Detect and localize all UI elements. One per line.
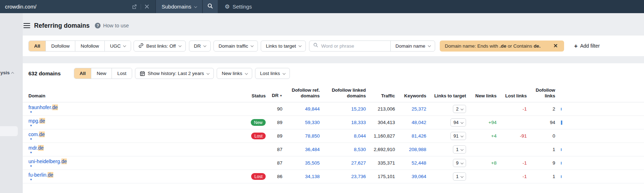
dr-filter-label: DR [194, 43, 201, 49]
domain-caret-icon[interactable]: ▾ [30, 110, 234, 114]
links-to-target-dropdown[interactable]: Links to target [261, 41, 306, 52]
dofollow-linked-link[interactable]: 8,044 [354, 133, 366, 139]
traffic-value-cell: 335,371 [366, 160, 395, 166]
filter-tab-ugc[interactable]: UGC [104, 41, 131, 51]
dr-value: 87 [277, 160, 282, 166]
scope-label: Subdomains [162, 4, 191, 10]
sidebar-section-partial[interactable]: ysis [0, 70, 14, 75]
keywords-link[interactable]: 39,064 [412, 174, 426, 179]
links-to-target-select[interactable]: 1 [453, 145, 466, 154]
status-tab-all[interactable]: All [74, 68, 91, 79]
dofollow-ref-link[interactable]: 78,850 [305, 133, 320, 139]
dofollow-ref-link[interactable]: 34,138 [305, 174, 320, 179]
word-search-box[interactable] [309, 41, 390, 51]
menu-icon[interactable] [23, 22, 30, 29]
scope-dropdown[interactable]: Subdomains [156, 0, 202, 13]
dofollow-ref-link[interactable]: 35,505 [305, 160, 320, 166]
dofollow-ref-link[interactable]: 49,844 [305, 106, 320, 112]
dr-filter-dropdown[interactable]: DR [189, 41, 211, 52]
target-url-input[interactable]: crowdin.com/ [0, 0, 155, 13]
status-tab-new[interactable]: New [91, 68, 112, 79]
keywords-link[interactable]: 208,988 [409, 147, 426, 152]
dofollow-linked-link[interactable]: 27,627 [351, 160, 366, 166]
dofollow-linked-link[interactable]: 15,230 [351, 106, 366, 112]
domain-caret-icon[interactable]: ▾ [30, 164, 234, 168]
dofollow-linked-link[interactable]: 23,736 [351, 174, 366, 179]
links-to-target-select[interactable]: 9 [453, 159, 466, 167]
spark-cell [555, 120, 569, 125]
dofollow-ref-link[interactable]: 59,330 [305, 120, 320, 125]
add-filter-button[interactable]: + Add filter [574, 43, 600, 49]
new-links-dropdown[interactable]: New links [217, 68, 252, 79]
chevron-down-icon [194, 5, 197, 8]
links-to-target-select[interactable]: 91 [450, 132, 466, 140]
filter-tab-nofollow[interactable]: Nofollow [75, 41, 104, 51]
domain-highlight: de [61, 159, 67, 164]
col-keywords[interactable]: Keywords [395, 93, 426, 99]
dr-value-cell: 87 [266, 147, 282, 152]
status-tab-all-label: All [80, 71, 86, 76]
domain-caret-icon[interactable]: ▾ [30, 178, 234, 181]
dofollow-linked-link[interactable]: 18,333 [351, 120, 366, 125]
chevron-down-icon [460, 175, 463, 178]
dofollow-links-bar [561, 108, 562, 111]
domain-link[interactable]: fraunhofer.de [28, 104, 234, 110]
links-to-target-select[interactable]: 2 [453, 105, 466, 113]
dofollow-linked-link-cell: 15,230 [320, 106, 366, 112]
word-search-input[interactable] [321, 43, 378, 49]
link-type-segmented: All Dofollow Nofollow UGC [28, 41, 131, 52]
clear-url-icon[interactable] [142, 4, 152, 9]
filter-tab-nofollow-label: Nofollow [81, 43, 99, 49]
domain-caret-icon[interactable]: ▾ [30, 124, 234, 127]
keywords-link-cell: 208,988 [395, 147, 426, 152]
filter-tab-all[interactable]: All [29, 41, 45, 51]
domain-link[interactable]: com.de [28, 132, 234, 137]
keywords-link[interactable]: 52,448 [412, 160, 426, 166]
show-history-dropdown[interactable]: Show history: Last 2 years [135, 68, 214, 79]
keywords-link[interactable]: 48,042 [412, 120, 426, 125]
col-dofollow-links[interactable]: Dofollow links [527, 87, 555, 99]
sidebar-active-item[interactable] [0, 126, 18, 136]
keywords-link[interactable]: 25,372 [412, 106, 426, 112]
dofollow-ref-link-cell: 59,330 [282, 120, 320, 125]
col-traffic[interactable]: Traffic [366, 93, 395, 99]
dofollow-linked-link[interactable]: 8,530 [354, 147, 366, 152]
col-dofollow-ref[interactable]: Dofollow ref. domains [282, 87, 320, 99]
status-tab-lost[interactable]: Lost [112, 68, 132, 79]
filter-tab-dofollow-label: Dofollow [51, 43, 70, 49]
dofollow-ref-link-cell: 34,138 [282, 174, 320, 179]
col-new-links[interactable]: New links [466, 93, 497, 99]
search-field-dropdown[interactable]: Domain name [390, 41, 435, 51]
domain-link[interactable]: uni-heidelberg.de [28, 159, 234, 164]
open-external-icon[interactable] [129, 4, 140, 9]
links-to-target-select[interactable]: 94 [450, 118, 466, 127]
dr-value: 89 [277, 120, 282, 125]
traffic-value-cell: 175,101 [366, 174, 395, 179]
domain-traffic-label: Domain traffic [218, 43, 248, 49]
lost-links-dropdown[interactable]: Lost links [255, 68, 290, 79]
domain-link[interactable]: mdr.de [28, 145, 234, 151]
lost-links-value: -91 [520, 133, 527, 139]
traffic-value: 2,692,910 [374, 147, 395, 152]
how-to-use-link[interactable]: ? How to use [95, 23, 129, 28]
domain-traffic-dropdown[interactable]: Domain traffic [213, 41, 258, 52]
links-to-target-select[interactable]: 1 [453, 172, 466, 181]
dofollow-ref-link[interactable]: 36,484 [305, 147, 320, 152]
domain-caret-icon[interactable]: ▾ [30, 137, 234, 141]
filter-tab-dofollow[interactable]: Dofollow [45, 41, 75, 51]
col-links-to-target[interactable]: Links to target [426, 93, 466, 99]
domain-link[interactable]: mpg.de [28, 118, 234, 124]
active-filter-chip[interactable]: Domain name: Ends with .de or Contains d… [440, 41, 564, 52]
col-lost-links[interactable]: Lost links [497, 93, 527, 99]
domain-link[interactable]: fu-berlin.de [28, 172, 234, 178]
search-button[interactable] [203, 0, 218, 13]
settings-button[interactable]: ⚙ Settings [224, 0, 252, 13]
domain-caret-icon[interactable]: ▾ [30, 151, 234, 154]
best-links-dropdown[interactable]: Best links: Off [134, 41, 186, 52]
keywords-link[interactable]: 81,426 [412, 133, 426, 139]
remove-filter-icon[interactable]: ✕ [552, 43, 559, 49]
dofollow-links-value: 1 [552, 174, 555, 179]
col-dofollow-linked[interactable]: Dofollow linked domains [320, 87, 366, 99]
dofollow-links-value: 2 [552, 106, 555, 112]
col-dr[interactable]: DR▼ [266, 93, 282, 99]
